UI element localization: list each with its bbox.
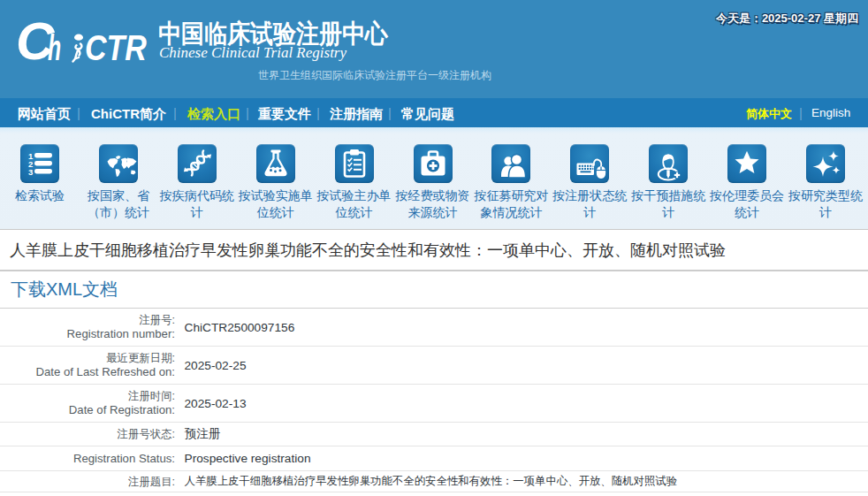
svg-text:3: 3 — [28, 167, 33, 177]
